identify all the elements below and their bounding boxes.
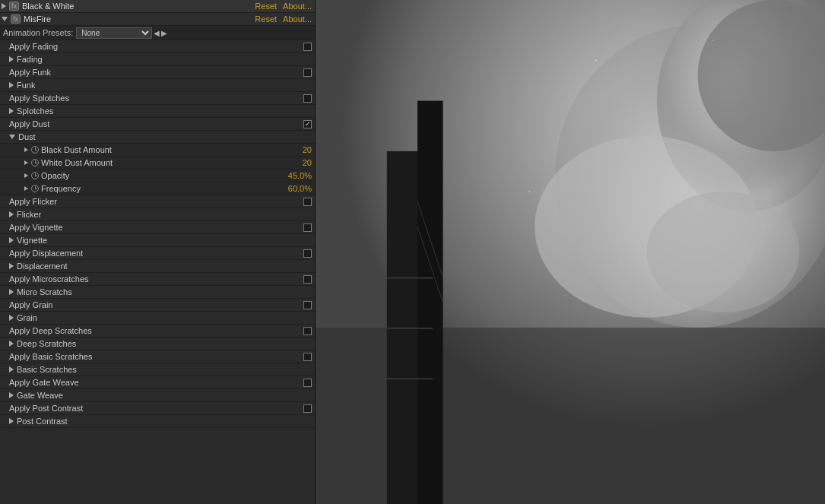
apply-grain-checkbox[interactable]: [303, 301, 312, 309]
opacity-value[interactable]: 45.0%: [288, 171, 312, 180]
white-dust-arrow[interactable]: [24, 160, 28, 165]
grain-arrow[interactable]: [9, 315, 14, 321]
fx-badge-misfire: fx: [11, 14, 21, 24]
opacity-arrow[interactable]: [24, 173, 28, 178]
apply-displacement-row[interactable]: Apply Displacement: [0, 247, 315, 260]
image-background: [316, 0, 825, 504]
fading-section-row[interactable]: Fading: [0, 53, 315, 66]
apply-flicker-checkbox[interactable]: [303, 198, 312, 206]
svg-point-17: [763, 226, 765, 228]
splotches-label: Splotches: [17, 106, 53, 116]
svg-point-18: [620, 262, 622, 263]
basic-scratches-section-row[interactable]: Basic Scratches: [0, 363, 315, 376]
apply-vignette-checkbox[interactable]: [303, 223, 312, 232]
flicker-section-row[interactable]: Flicker: [0, 208, 315, 221]
black-dust-value[interactable]: 20: [303, 145, 312, 154]
collapse-arrow-black-white[interactable]: [2, 3, 6, 9]
misfire-reset[interactable]: Reset: [255, 14, 277, 24]
apply-displacement-label: Apply Displacement: [9, 249, 83, 258]
funk-arrow[interactable]: [9, 82, 14, 88]
misfire-about[interactable]: About...: [283, 14, 312, 24]
apply-fading-checkbox[interactable]: [303, 43, 312, 51]
fx-badge: fx: [9, 2, 19, 11]
preset-prev-arrow[interactable]: ◀: [154, 29, 160, 37]
svg-point-15: [712, 40, 714, 41]
apply-fading-row[interactable]: Apply Fading: [0, 40, 315, 53]
apply-microscratches-checkbox[interactable]: [303, 275, 312, 284]
gate-weave-arrow[interactable]: [9, 392, 14, 398]
white-dust-clock-icon[interactable]: [31, 159, 39, 166]
apply-gate-weave-row[interactable]: Apply Gate Weave: [0, 376, 315, 389]
apply-dust-checkbox[interactable]: [303, 120, 312, 128]
black-white-reset[interactable]: Reset: [255, 2, 277, 11]
frequency-value[interactable]: 60.0%: [288, 184, 312, 193]
opacity-label: Opacity: [41, 171, 69, 180]
apply-flicker-row[interactable]: Apply Flicker: [0, 195, 315, 208]
black-white-effect-row[interactable]: fx Black & White Reset About...: [0, 0, 315, 13]
black-dust-arrow[interactable]: [24, 147, 28, 152]
splotches-arrow[interactable]: [9, 108, 14, 114]
opacity-clock-icon[interactable]: [31, 172, 39, 179]
displacement-section-row[interactable]: Displacement: [0, 260, 315, 273]
displacement-arrow[interactable]: [9, 263, 14, 269]
post-contrast-label: Post Contrast: [17, 417, 68, 426]
gate-weave-section-row[interactable]: Gate Weave: [0, 389, 315, 402]
flicker-label: Flicker: [17, 210, 41, 219]
apply-funk-row[interactable]: Apply Funk: [0, 66, 315, 79]
black-white-about[interactable]: About...: [283, 2, 312, 11]
svg-rect-11: [387, 378, 433, 379]
apply-post-contrast-row[interactable]: Apply Post Contrast: [0, 402, 315, 415]
vignette-section-row[interactable]: Vignette: [0, 234, 315, 247]
fading-arrow[interactable]: [9, 56, 14, 62]
post-contrast-arrow[interactable]: [9, 418, 14, 424]
vignette-arrow[interactable]: [9, 237, 14, 243]
dust-section-row[interactable]: Dust: [0, 131, 315, 144]
white-dust-amount-row[interactable]: White Dust Amount 20: [0, 157, 315, 170]
animation-presets-select[interactable]: None: [76, 27, 152, 39]
splotches-section-row[interactable]: Splotches: [0, 105, 315, 118]
apply-splotches-checkbox[interactable]: [303, 94, 312, 103]
apply-basic-scratches-row[interactable]: Apply Basic Scratches: [0, 350, 315, 363]
micro-scratches-section-row[interactable]: Micro Scratchs: [0, 286, 315, 299]
post-contrast-section-row[interactable]: Post Contrast: [0, 415, 315, 428]
preset-next-arrow[interactable]: ▶: [161, 29, 167, 37]
dust-label: Dust: [18, 132, 36, 141]
collapse-arrow-misfire[interactable]: [2, 17, 8, 21]
white-dust-value[interactable]: 20: [303, 158, 312, 167]
basic-scratches-arrow[interactable]: [9, 366, 14, 372]
flicker-arrow[interactable]: [9, 211, 14, 217]
apply-splotches-label: Apply Splotches: [9, 94, 69, 103]
funk-section-row[interactable]: Funk: [0, 79, 315, 92]
apply-microscratches-row[interactable]: Apply Microscratches: [0, 273, 315, 286]
svg-rect-9: [387, 277, 433, 279]
deep-scratches-arrow[interactable]: [9, 341, 14, 347]
apply-funk-checkbox[interactable]: [303, 68, 312, 77]
frequency-row[interactable]: Frequency 60.0%: [0, 182, 315, 195]
svg-point-16: [528, 191, 530, 192]
apply-microscratches-label: Apply Microscratches: [9, 274, 89, 284]
apply-basic-scratches-checkbox[interactable]: [303, 353, 312, 361]
frequency-arrow[interactable]: [24, 186, 28, 191]
apply-displacement-checkbox[interactable]: [303, 249, 312, 258]
grain-label: Grain: [17, 313, 37, 322]
apply-grain-row[interactable]: Apply Grain: [0, 299, 315, 312]
apply-dust-row[interactable]: Apply Dust: [0, 118, 315, 131]
apply-vignette-row[interactable]: Apply Vignette: [0, 221, 315, 234]
dust-arrow[interactable]: [9, 135, 15, 139]
black-dust-amount-row[interactable]: Black Dust Amount 20: [0, 144, 315, 157]
misfire-effect-row[interactable]: fx MisFire Reset About...: [0, 13, 315, 26]
effects-panel[interactable]: fx Black & White Reset About... fx MisFi…: [0, 0, 316, 504]
apply-post-contrast-checkbox[interactable]: [303, 404, 312, 413]
frequency-clock-icon[interactable]: [31, 185, 39, 192]
micro-scratches-arrow[interactable]: [9, 289, 14, 295]
deep-scratches-section-row[interactable]: Deep Scratches: [0, 338, 315, 350]
apply-splotches-row[interactable]: Apply Splotches: [0, 92, 315, 105]
black-dust-clock-icon[interactable]: [31, 146, 39, 154]
apply-vignette-label: Apply Vignette: [9, 223, 63, 232]
opacity-row[interactable]: Opacity 45.0%: [0, 170, 315, 182]
grain-section-row[interactable]: Grain: [0, 312, 315, 325]
apply-deep-scratches-row[interactable]: Apply Deep Scratches: [0, 325, 315, 338]
apply-deep-scratches-checkbox[interactable]: [303, 327, 312, 335]
frequency-label: Frequency: [41, 184, 81, 193]
apply-gate-weave-checkbox[interactable]: [303, 379, 312, 387]
